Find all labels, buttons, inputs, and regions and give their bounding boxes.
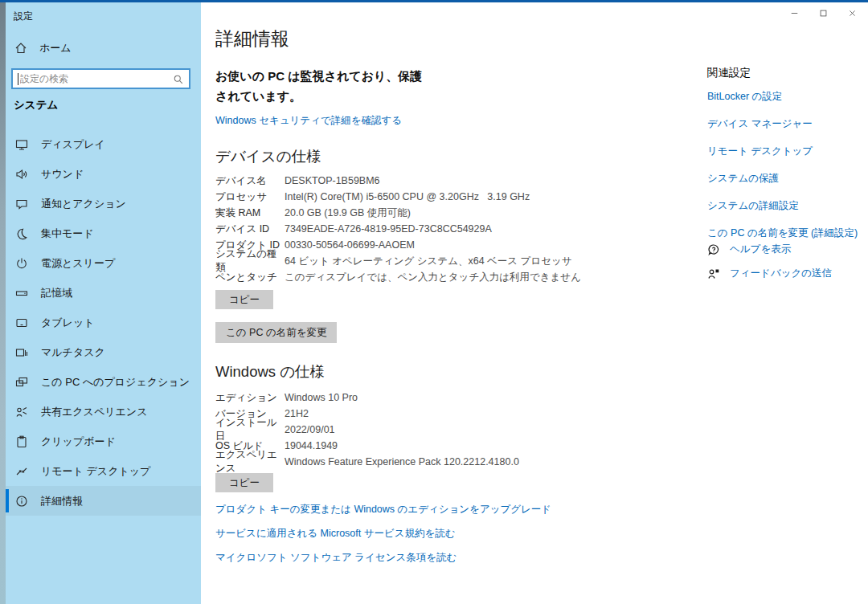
sidebar-item-power-sleep[interactable]: 電源とスリープ — [6, 248, 201, 278]
spec-row-experience: エクスペリエンス Windows Feature Experience Pack… — [215, 454, 519, 470]
device-manager-link[interactable]: デバイス マネージャー — [707, 117, 868, 131]
related-settings: 関連設定 BitLocker の設定 デバイス マネージャー リモート デスクト… — [707, 66, 868, 254]
sidebar-item-label: 記憶域 — [41, 286, 72, 300]
sidebar-item-label: 電源とスリープ — [41, 256, 115, 271]
sidebar-item-home[interactable]: ホーム — [14, 41, 72, 55]
spec-value: Windows 10 Pro — [285, 392, 358, 403]
spec-row-ram: 実装 RAM 20.0 GB (19.9 GB 使用可能) — [215, 205, 581, 221]
sidebar-nav: ディスプレイ サウンド 通知とアクション 集中モード 電源とスリープ 記憶域 — [6, 129, 201, 516]
sidebar-item-tablet[interactable]: タブレット — [6, 308, 201, 337]
sidebar-item-label: ディスプレイ — [41, 137, 105, 152]
caption-buttons — [780, 2, 866, 25]
give-feedback-link[interactable]: フィードバックの送信 — [730, 267, 832, 280]
copy-device-spec-button[interactable]: コピー — [215, 290, 273, 309]
sidebar-section-label: システム — [14, 98, 58, 112]
spec-value: 7349EADE-A726-4819-95ED-73C8CC54929A — [285, 223, 492, 235]
spec-value: 00330-50564-06699-AAOEM — [285, 239, 415, 251]
system-protection-link[interactable]: システムの保護 — [707, 172, 868, 186]
spec-label: エディション — [215, 391, 285, 405]
tablet-icon — [15, 316, 28, 329]
sidebar-item-label: クリップボード — [41, 435, 116, 449]
sidebar-item-label: 共有エクスペリエンス — [41, 405, 147, 419]
help-feedback-block: ヘルプを表示 フィードバックの送信 — [707, 243, 832, 291]
sidebar-item-shared-experiences[interactable]: 共有エクスペリエンス — [6, 397, 201, 426]
clipboard-icon — [15, 435, 28, 448]
get-help-link[interactable]: ヘルプを表示 — [730, 243, 791, 256]
maximize-icon — [819, 8, 828, 20]
spec-row-installed-on: インストール日 2022/09/01 — [215, 422, 519, 438]
window-title: 設定 — [14, 10, 33, 23]
close-button[interactable] — [837, 2, 866, 25]
windows-spec-title: Windows の仕様 — [215, 361, 325, 382]
device-spec-table: デバイス名 DESKTOP-1B59BM6 プロセッサ Intel(R) Cor… — [215, 173, 581, 285]
crescent-moon-icon — [15, 227, 28, 240]
spec-row-system-type: システムの種類 64 ビット オペレーティング システム、x64 ベース プロセ… — [215, 253, 581, 269]
spec-value: DESKTOP-1B59BM6 — [285, 175, 380, 186]
give-feedback-row[interactable]: フィードバックの送信 — [707, 267, 832, 280]
sidebar-item-clipboard[interactable]: クリップボード — [6, 426, 201, 456]
spec-label: デバイス ID — [215, 222, 285, 236]
sidebar-item-display[interactable]: ディスプレイ — [6, 129, 201, 159]
settings-window: 設定 ホーム システム ディスプレイ サウンド 通知とアクション — [0, 0, 868, 604]
sidebar-item-label: マルチタスク — [41, 345, 105, 360]
rename-pc-advanced-link[interactable]: この PC の名前を変更 (詳細設定) — [707, 226, 868, 240]
services-agreement-link[interactable]: サービスに適用される Microsoft サービス規約を読む — [215, 527, 456, 541]
sidebar-item-label: 集中モード — [41, 226, 94, 241]
sidebar-item-label: タブレット — [41, 316, 95, 330]
spec-row-edition: エディション Windows 10 Pro — [215, 390, 519, 406]
help-icon — [707, 243, 720, 256]
page-title: 詳細情報 — [215, 27, 289, 51]
info-circle-icon — [15, 495, 28, 508]
sidebar-item-storage[interactable]: 記憶域 — [6, 278, 201, 308]
spec-value: Windows Feature Experience Pack 120.2212… — [285, 456, 519, 467]
spec-value: このディスプレイでは、ペン入力とタッチ入力は利用できません — [285, 271, 581, 284]
change-product-key-link[interactable]: プロダクト キーの変更または Windows のエディションをアップグレード — [215, 503, 551, 516]
license-terms-link[interactable]: マイクロソフト ソフトウェア ライセンス条項を読む — [215, 551, 457, 565]
display-icon — [15, 138, 28, 151]
remote-desktop-icon — [15, 465, 28, 478]
shared-experiences-icon — [15, 406, 28, 418]
text-caret — [18, 73, 18, 85]
spec-row-pen-touch: ペンとタッチ このディスプレイでは、ペン入力とタッチ入力は利用できません — [215, 269, 581, 285]
spec-label: デバイス名 — [215, 174, 285, 188]
windows-security-link[interactable]: Windows セキュリティで詳細を確認する — [215, 114, 402, 128]
advanced-system-settings-link[interactable]: システムの詳細設定 — [707, 199, 868, 213]
maximize-button[interactable] — [809, 2, 837, 25]
sidebar-item-label: リモート デスクトップ — [41, 464, 150, 479]
search-box — [11, 68, 190, 89]
feedback-icon — [707, 267, 720, 280]
remote-desktop-link[interactable]: リモート デスクトップ — [707, 145, 868, 158]
storage-drive-icon — [15, 287, 28, 300]
multitask-icon — [15, 346, 28, 359]
security-status-text: お使いの PC は監視されており、保護されています。 — [215, 67, 431, 107]
device-spec-title: デバイスの仕様 — [215, 146, 321, 166]
sidebar-item-about[interactable]: 詳細情報 — [6, 486, 201, 516]
get-help-row[interactable]: ヘルプを表示 — [707, 243, 832, 256]
speaker-icon — [15, 168, 28, 181]
spec-value: 20.0 GB (19.9 GB 使用可能) — [285, 206, 411, 220]
background-window-edge — [0, 0, 6, 604]
spec-value: Intel(R) Core(TM) i5-6500 CPU @ 3.20GHz … — [285, 191, 530, 202]
search-input[interactable] — [13, 70, 189, 88]
main-content: 詳細情報 お使いの PC は監視されており、保護されています。 Windows … — [201, 2, 868, 604]
sidebar-item-sound[interactable]: サウンド — [6, 159, 201, 189]
sidebar-item-focus-assist[interactable]: 集中モード — [6, 218, 201, 248]
search-icon[interactable] — [173, 74, 184, 88]
sidebar-item-label: 通知とアクション — [41, 197, 126, 211]
bitlocker-settings-link[interactable]: BitLocker の設定 — [707, 90, 868, 104]
sidebar-item-label: この PC へのプロジェクション — [41, 375, 190, 390]
spec-label: ペンとタッチ — [215, 271, 285, 284]
copy-windows-spec-button[interactable]: コピー — [215, 473, 273, 492]
sidebar: 設定 ホーム システム ディスプレイ サウンド 通知とアクション — [6, 2, 201, 604]
sidebar-item-projecting[interactable]: この PC へのプロジェクション — [6, 367, 201, 397]
spec-value: 21H2 — [285, 408, 309, 419]
sidebar-item-label: サウンド — [41, 167, 84, 182]
related-settings-title: 関連設定 — [707, 66, 868, 80]
minimize-button[interactable] — [780, 2, 809, 25]
sidebar-item-multitasking[interactable]: マルチタスク — [6, 337, 201, 367]
spec-value: 64 ビット オペレーティング システム、x64 ベース プロセッサ — [285, 255, 572, 268]
sidebar-item-remote-desktop[interactable]: リモート デスクトップ — [6, 456, 201, 486]
rename-pc-button[interactable]: この PC の名前を変更 — [215, 322, 337, 343]
sidebar-item-notifications[interactable]: 通知とアクション — [6, 189, 201, 218]
spec-value: 2022/09/01 — [285, 424, 335, 435]
